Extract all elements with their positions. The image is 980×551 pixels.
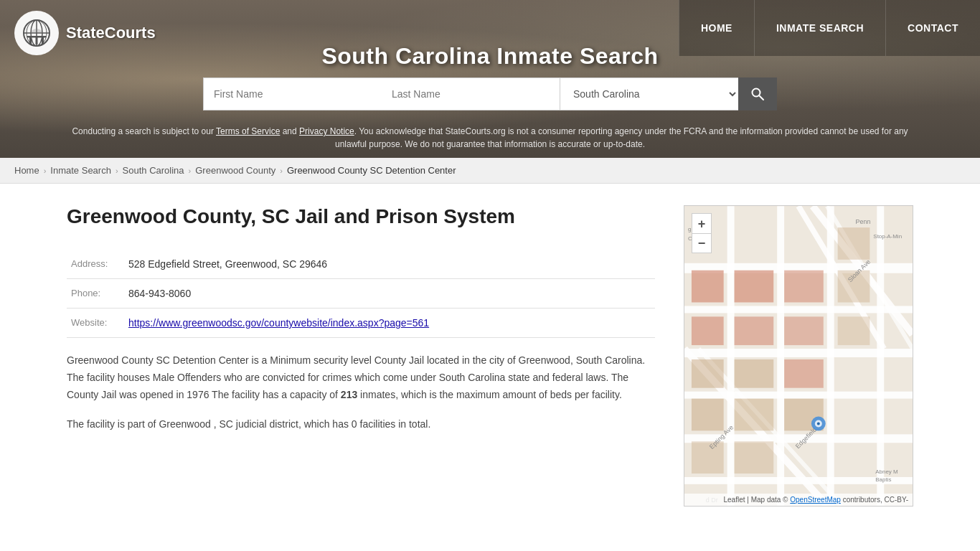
svg-rect-34 bbox=[692, 359, 724, 388]
svg-rect-25 bbox=[777, 206, 784, 505]
phone-label: Phone: bbox=[67, 279, 124, 309]
website-value: https://www.greenwoodsc.gov/countywebsit… bbox=[124, 309, 655, 338]
svg-text:Stop-A-Min: Stop-A-Min bbox=[873, 233, 902, 240]
content-right: Penn Stop-A-Min Sloan Ave gional Co Epti… bbox=[684, 205, 913, 507]
svg-point-57 bbox=[817, 422, 820, 425]
site-name: StateCourts bbox=[66, 24, 156, 42]
privacy-link[interactable]: Privacy Notice bbox=[299, 126, 354, 136]
description-1: Greenwood County SC Detention Center is … bbox=[67, 352, 655, 403]
breadcrumb: Home › Inmate Search › South Carolina › … bbox=[0, 158, 980, 184]
svg-text:Abney M: Abney M bbox=[875, 468, 897, 475]
svg-rect-28 bbox=[692, 270, 724, 303]
content-left: Greenwood County, SC Jail and Prison Sys… bbox=[67, 205, 655, 507]
header-title: South Carolina Inmate Search bbox=[0, 43, 980, 70]
address-row: Address: 528 Edgefield Street, Greenwood… bbox=[67, 250, 655, 279]
breadcrumb-sep-2: › bbox=[116, 166, 118, 175]
svg-rect-29 bbox=[735, 270, 774, 303]
svg-rect-27 bbox=[877, 206, 884, 505]
breadcrumb-south-carolina[interactable]: South Carolina bbox=[123, 165, 184, 176]
svg-rect-41 bbox=[735, 441, 774, 474]
map-zoom-out[interactable]: − bbox=[692, 233, 712, 253]
first-name-input[interactable] bbox=[203, 77, 382, 110]
search-icon bbox=[750, 87, 765, 101]
main-content: Greenwood County, SC Jail and Prison Sys… bbox=[38, 184, 942, 528]
header-disclaimer: Conducting a search is subject to our Te… bbox=[0, 125, 980, 151]
svg-line-10 bbox=[759, 95, 763, 100]
header: StateCourts HOME INMATE SEARCH CONTACT S… bbox=[0, 0, 980, 158]
svg-rect-37 bbox=[692, 399, 724, 431]
breadcrumb-inmate-search[interactable]: Inmate Search bbox=[50, 165, 111, 176]
address-label: Address: bbox=[67, 250, 124, 279]
phone-row: Phone: 864-943-8060 bbox=[67, 279, 655, 309]
breadcrumb-sep-3: › bbox=[189, 166, 192, 175]
website-row: Website: https://www.greenwoodsc.gov/cou… bbox=[67, 309, 655, 338]
svg-rect-31 bbox=[692, 316, 724, 345]
state-select[interactable]: Select State Alabama Alaska Arizona Arka… bbox=[560, 77, 738, 110]
svg-rect-42 bbox=[838, 227, 870, 260]
map-zoom-in[interactable]: + bbox=[692, 213, 712, 233]
map-attribution: Leaflet | Map data © OpenStreetMap contr… bbox=[684, 494, 913, 506]
svg-rect-33 bbox=[784, 316, 824, 345]
website-label: Website: bbox=[67, 309, 124, 338]
search-button[interactable] bbox=[738, 77, 777, 110]
phone-value: 864-943-8060 bbox=[124, 279, 655, 309]
breadcrumb-home[interactable]: Home bbox=[14, 165, 39, 176]
svg-rect-32 bbox=[735, 316, 774, 345]
osm-link[interactable]: OpenStreetMap bbox=[790, 496, 841, 504]
svg-rect-36 bbox=[784, 359, 824, 388]
svg-text:Penn: Penn bbox=[856, 218, 871, 225]
svg-rect-30 bbox=[784, 270, 824, 303]
breadcrumb-current: Greenwood County SC Detention Center bbox=[287, 165, 456, 176]
website-link[interactable]: https://www.greenwoodsc.gov/countywebsit… bbox=[128, 317, 429, 329]
svg-rect-38 bbox=[735, 399, 774, 431]
map-controls: + − bbox=[692, 213, 712, 253]
svg-rect-26 bbox=[827, 206, 834, 505]
capacity-value: 213 bbox=[341, 389, 357, 400]
last-name-input[interactable] bbox=[382, 77, 560, 110]
svg-rect-35 bbox=[735, 359, 774, 388]
description-2: The facility is part of Greenwood , SC j… bbox=[67, 416, 655, 433]
map-svg: Penn Stop-A-Min Sloan Ave gional Co Epti… bbox=[684, 206, 913, 506]
address-value: 528 Edgefield Street, Greenwood, SC 2964… bbox=[124, 250, 655, 279]
svg-rect-8 bbox=[27, 36, 46, 38]
info-table: Address: 528 Edgefield Street, Greenwood… bbox=[67, 250, 655, 338]
breadcrumb-sep-4: › bbox=[280, 166, 283, 175]
map-container: Penn Stop-A-Min Sloan Ave gional Co Epti… bbox=[684, 205, 913, 507]
page-title: Greenwood County, SC Jail and Prison Sys… bbox=[67, 205, 655, 228]
svg-rect-24 bbox=[727, 206, 735, 505]
svg-rect-44 bbox=[838, 316, 870, 345]
search-bar: Select State Alabama Alaska Arizona Arka… bbox=[203, 77, 777, 110]
breadcrumb-greenwood-county[interactable]: Greenwood County bbox=[195, 165, 275, 176]
tos-link[interactable]: Terms of Service bbox=[216, 126, 280, 136]
svg-rect-40 bbox=[692, 441, 724, 474]
svg-text:Baptis: Baptis bbox=[875, 476, 891, 483]
breadcrumb-sep-1: › bbox=[44, 166, 47, 175]
